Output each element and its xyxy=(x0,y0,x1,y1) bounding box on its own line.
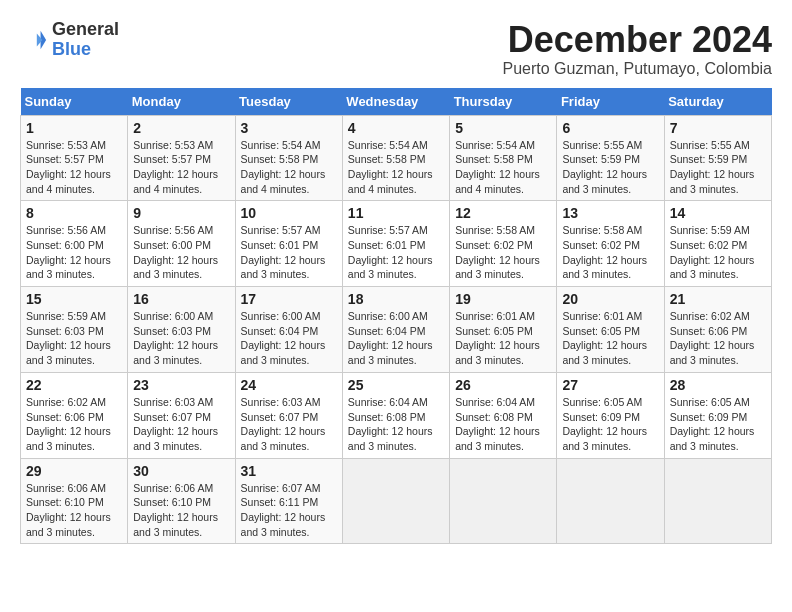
day-number: 30 xyxy=(133,463,229,479)
day-number: 26 xyxy=(455,377,551,393)
table-row: 1Sunrise: 5:53 AM Sunset: 5:57 PM Daylig… xyxy=(21,115,128,201)
table-row: 4Sunrise: 5:54 AM Sunset: 5:58 PM Daylig… xyxy=(342,115,449,201)
calendar-table: Sunday Monday Tuesday Wednesday Thursday… xyxy=(20,88,772,545)
table-row: 28Sunrise: 6:05 AM Sunset: 6:09 PM Dayli… xyxy=(664,372,771,458)
day-info: Sunrise: 6:06 AM Sunset: 6:10 PM Dayligh… xyxy=(133,481,229,540)
day-number: 19 xyxy=(455,291,551,307)
table-row: 29Sunrise: 6:06 AM Sunset: 6:10 PM Dayli… xyxy=(21,458,128,544)
day-info: Sunrise: 6:06 AM Sunset: 6:10 PM Dayligh… xyxy=(26,481,122,540)
day-info: Sunrise: 6:00 AM Sunset: 6:03 PM Dayligh… xyxy=(133,309,229,368)
logo: General Blue xyxy=(20,20,119,60)
day-number: 12 xyxy=(455,205,551,221)
day-number: 15 xyxy=(26,291,122,307)
day-number: 31 xyxy=(241,463,337,479)
table-row: 3Sunrise: 5:54 AM Sunset: 5:58 PM Daylig… xyxy=(235,115,342,201)
table-row: 6Sunrise: 5:55 AM Sunset: 5:59 PM Daylig… xyxy=(557,115,664,201)
day-info: Sunrise: 5:55 AM Sunset: 5:59 PM Dayligh… xyxy=(670,138,766,197)
day-info: Sunrise: 6:05 AM Sunset: 6:09 PM Dayligh… xyxy=(670,395,766,454)
logo-icon xyxy=(20,26,48,54)
calendar-week-row: 29Sunrise: 6:06 AM Sunset: 6:10 PM Dayli… xyxy=(21,458,772,544)
header-sunday: Sunday xyxy=(21,88,128,116)
weekday-header-row: Sunday Monday Tuesday Wednesday Thursday… xyxy=(21,88,772,116)
day-number: 24 xyxy=(241,377,337,393)
day-number: 28 xyxy=(670,377,766,393)
header-wednesday: Wednesday xyxy=(342,88,449,116)
day-number: 27 xyxy=(562,377,658,393)
day-number: 9 xyxy=(133,205,229,221)
day-info: Sunrise: 5:58 AM Sunset: 6:02 PM Dayligh… xyxy=(562,223,658,282)
day-info: Sunrise: 6:01 AM Sunset: 6:05 PM Dayligh… xyxy=(455,309,551,368)
day-number: 13 xyxy=(562,205,658,221)
table-row xyxy=(557,458,664,544)
day-info: Sunrise: 5:58 AM Sunset: 6:02 PM Dayligh… xyxy=(455,223,551,282)
day-info: Sunrise: 6:00 AM Sunset: 6:04 PM Dayligh… xyxy=(241,309,337,368)
day-info: Sunrise: 5:57 AM Sunset: 6:01 PM Dayligh… xyxy=(348,223,444,282)
day-info: Sunrise: 5:53 AM Sunset: 5:57 PM Dayligh… xyxy=(26,138,122,197)
table-row: 14Sunrise: 5:59 AM Sunset: 6:02 PM Dayli… xyxy=(664,201,771,287)
day-number: 11 xyxy=(348,205,444,221)
table-row xyxy=(342,458,449,544)
day-info: Sunrise: 6:00 AM Sunset: 6:04 PM Dayligh… xyxy=(348,309,444,368)
page-header: General Blue December 2024 Puerto Guzman… xyxy=(20,20,772,78)
day-info: Sunrise: 6:04 AM Sunset: 6:08 PM Dayligh… xyxy=(455,395,551,454)
day-info: Sunrise: 6:05 AM Sunset: 6:09 PM Dayligh… xyxy=(562,395,658,454)
table-row: 26Sunrise: 6:04 AM Sunset: 6:08 PM Dayli… xyxy=(450,372,557,458)
table-row: 19Sunrise: 6:01 AM Sunset: 6:05 PM Dayli… xyxy=(450,287,557,373)
table-row: 11Sunrise: 5:57 AM Sunset: 6:01 PM Dayli… xyxy=(342,201,449,287)
day-info: Sunrise: 6:07 AM Sunset: 6:11 PM Dayligh… xyxy=(241,481,337,540)
day-number: 25 xyxy=(348,377,444,393)
table-row: 17Sunrise: 6:00 AM Sunset: 6:04 PM Dayli… xyxy=(235,287,342,373)
day-info: Sunrise: 6:02 AM Sunset: 6:06 PM Dayligh… xyxy=(26,395,122,454)
day-info: Sunrise: 5:55 AM Sunset: 5:59 PM Dayligh… xyxy=(562,138,658,197)
day-number: 3 xyxy=(241,120,337,136)
table-row: 7Sunrise: 5:55 AM Sunset: 5:59 PM Daylig… xyxy=(664,115,771,201)
table-row: 18Sunrise: 6:00 AM Sunset: 6:04 PM Dayli… xyxy=(342,287,449,373)
day-number: 2 xyxy=(133,120,229,136)
table-row: 23Sunrise: 6:03 AM Sunset: 6:07 PM Dayli… xyxy=(128,372,235,458)
day-number: 17 xyxy=(241,291,337,307)
table-row: 2Sunrise: 5:53 AM Sunset: 5:57 PM Daylig… xyxy=(128,115,235,201)
day-info: Sunrise: 5:54 AM Sunset: 5:58 PM Dayligh… xyxy=(348,138,444,197)
day-number: 5 xyxy=(455,120,551,136)
table-row: 31Sunrise: 6:07 AM Sunset: 6:11 PM Dayli… xyxy=(235,458,342,544)
table-row: 12Sunrise: 5:58 AM Sunset: 6:02 PM Dayli… xyxy=(450,201,557,287)
calendar-week-row: 22Sunrise: 6:02 AM Sunset: 6:06 PM Dayli… xyxy=(21,372,772,458)
day-info: Sunrise: 5:56 AM Sunset: 6:00 PM Dayligh… xyxy=(26,223,122,282)
header-thursday: Thursday xyxy=(450,88,557,116)
day-info: Sunrise: 6:02 AM Sunset: 6:06 PM Dayligh… xyxy=(670,309,766,368)
table-row: 21Sunrise: 6:02 AM Sunset: 6:06 PM Dayli… xyxy=(664,287,771,373)
day-number: 20 xyxy=(562,291,658,307)
day-number: 21 xyxy=(670,291,766,307)
table-row: 10Sunrise: 5:57 AM Sunset: 6:01 PM Dayli… xyxy=(235,201,342,287)
day-number: 29 xyxy=(26,463,122,479)
table-row xyxy=(664,458,771,544)
day-number: 6 xyxy=(562,120,658,136)
calendar-title: December 2024 xyxy=(503,20,772,60)
table-row: 5Sunrise: 5:54 AM Sunset: 5:58 PM Daylig… xyxy=(450,115,557,201)
table-row xyxy=(450,458,557,544)
table-row: 30Sunrise: 6:06 AM Sunset: 6:10 PM Dayli… xyxy=(128,458,235,544)
day-info: Sunrise: 5:59 AM Sunset: 6:02 PM Dayligh… xyxy=(670,223,766,282)
logo-line2: Blue xyxy=(52,40,119,60)
calendar-week-row: 8Sunrise: 5:56 AM Sunset: 6:00 PM Daylig… xyxy=(21,201,772,287)
day-number: 8 xyxy=(26,205,122,221)
day-number: 4 xyxy=(348,120,444,136)
day-number: 18 xyxy=(348,291,444,307)
table-row: 16Sunrise: 6:00 AM Sunset: 6:03 PM Dayli… xyxy=(128,287,235,373)
day-info: Sunrise: 5:53 AM Sunset: 5:57 PM Dayligh… xyxy=(133,138,229,197)
day-number: 7 xyxy=(670,120,766,136)
table-row: 24Sunrise: 6:03 AM Sunset: 6:07 PM Dayli… xyxy=(235,372,342,458)
table-row: 25Sunrise: 6:04 AM Sunset: 6:08 PM Dayli… xyxy=(342,372,449,458)
day-info: Sunrise: 5:54 AM Sunset: 5:58 PM Dayligh… xyxy=(455,138,551,197)
day-number: 10 xyxy=(241,205,337,221)
day-info: Sunrise: 5:56 AM Sunset: 6:00 PM Dayligh… xyxy=(133,223,229,282)
header-saturday: Saturday xyxy=(664,88,771,116)
day-number: 22 xyxy=(26,377,122,393)
day-number: 14 xyxy=(670,205,766,221)
logo-text: General Blue xyxy=(52,20,119,60)
day-info: Sunrise: 5:57 AM Sunset: 6:01 PM Dayligh… xyxy=(241,223,337,282)
calendar-week-row: 1Sunrise: 5:53 AM Sunset: 5:57 PM Daylig… xyxy=(21,115,772,201)
day-number: 23 xyxy=(133,377,229,393)
table-row: 13Sunrise: 5:58 AM Sunset: 6:02 PM Dayli… xyxy=(557,201,664,287)
day-info: Sunrise: 5:59 AM Sunset: 6:03 PM Dayligh… xyxy=(26,309,122,368)
